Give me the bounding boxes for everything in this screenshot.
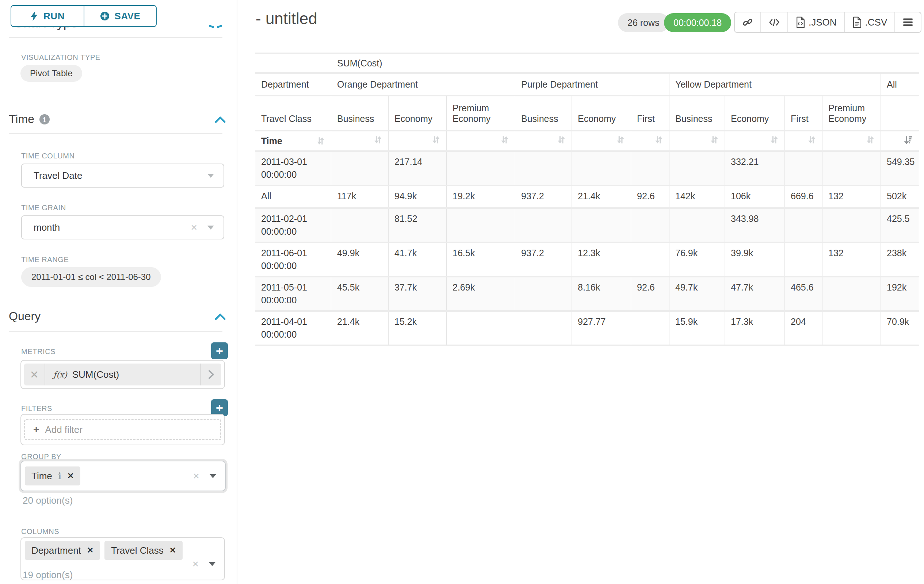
group-by-tag: Time i ✕ <box>25 466 80 485</box>
caret-down-icon[interactable] <box>210 474 216 478</box>
pivot-class-header: Business <box>331 95 389 131</box>
clear-icon[interactable]: × <box>192 558 199 569</box>
remove-tag-icon[interactable]: ✕ <box>67 471 74 481</box>
pivot-value-cell <box>822 311 881 345</box>
time-grain-value: month <box>34 222 191 233</box>
caret-down-icon <box>208 225 214 230</box>
sort-icon[interactable] <box>865 135 875 145</box>
time-section-title: Time <box>9 112 34 126</box>
remove-tag-icon[interactable]: ✕ <box>170 546 176 555</box>
metric-name: SUM(Cost) <box>72 369 119 380</box>
query-section-header[interactable]: Query <box>9 309 41 323</box>
add-filter-button[interactable]: + Add filter <box>24 419 221 440</box>
group-by-select[interactable]: Time i ✕ × <box>20 461 226 491</box>
filters-select: + Add filter <box>20 414 225 445</box>
time-section-header[interactable]: Time i <box>9 112 50 126</box>
time-column-label: TIME COLUMN <box>21 152 75 160</box>
pivot-value-cell: 669.6 <box>785 186 822 208</box>
pivot-value-cell: 8.16k <box>572 277 631 311</box>
sort-icon[interactable] <box>807 135 816 145</box>
chart-title[interactable]: - untitled <box>256 10 317 28</box>
pivot-row-label: All <box>255 186 331 208</box>
pivot-value-cell <box>331 151 389 186</box>
pivot-value-cell: 47.7k <box>725 277 785 311</box>
metric-body[interactable]: ƒ(x) SUM(Cost) <box>45 369 200 380</box>
pivot-value-cell: 204 <box>785 311 822 345</box>
pivot-value-cell <box>515 151 572 186</box>
pivot-value-cell <box>631 208 670 242</box>
time-column-select[interactable]: Travel Date <box>21 163 224 188</box>
csv-file-icon <box>852 16 862 28</box>
pivot-value-cell: 106k <box>725 186 785 208</box>
pivot-value-cell: 15.9k <box>670 311 725 345</box>
tag-label: Time <box>31 470 52 482</box>
pivot-value-cell: 21.4k <box>331 311 389 345</box>
clear-icon[interactable]: × <box>191 222 197 233</box>
caret-down-icon[interactable] <box>209 562 216 566</box>
pivot-value-cell: 21.4k <box>572 186 631 208</box>
pivot-class-header: First <box>785 95 822 131</box>
pivot-value-cell <box>572 151 631 186</box>
pivot-value-cell <box>785 208 822 242</box>
pivot-sort-cell <box>670 131 725 151</box>
pivot-value-cell: 37.7k <box>389 277 447 311</box>
pivot-value-cell: 92.6 <box>631 277 670 311</box>
sort-icon[interactable] <box>500 135 509 145</box>
pivot-class-header: Business <box>670 95 725 131</box>
hamburger-menu-icon <box>903 18 913 27</box>
add-filter-label: Add filter <box>45 424 82 436</box>
sort-icon[interactable] <box>431 135 441 145</box>
sort-icon[interactable] <box>373 135 383 145</box>
sort-icon[interactable] <box>709 135 719 145</box>
pivot-metric-header: SUM(Cost) <box>331 53 919 73</box>
columns-tag: Department ✕ <box>25 541 100 560</box>
info-icon[interactable]: i <box>40 114 50 125</box>
pivot-value-cell <box>822 277 881 311</box>
pivot-sort-cell <box>572 131 631 151</box>
sort-icon[interactable] <box>315 136 325 146</box>
remove-metric-icon[interactable]: ✕ <box>24 364 45 385</box>
add-metric-button[interactable]: + <box>211 342 228 359</box>
collapse-chevron-icon[interactable] <box>215 313 226 321</box>
pivot-value-cell: 2.69k <box>447 277 515 311</box>
remove-tag-icon[interactable]: ✕ <box>87 546 94 555</box>
sort-icon[interactable] <box>615 135 625 145</box>
viz-type-pill[interactable]: Pivot Table <box>20 65 82 82</box>
pivot-value-cell <box>822 151 881 186</box>
short-link-button[interactable] <box>735 12 761 32</box>
time-range-pill[interactable]: 2011-01-01 ≤ col < 2011-06-30 <box>21 267 161 287</box>
plus-icon: + <box>33 424 39 436</box>
pivot-value-cell: 425.5 <box>881 208 919 242</box>
metric-expand-chevron[interactable] <box>200 364 221 385</box>
pivot-value-cell <box>515 311 572 345</box>
more-options-button[interactable] <box>895 12 921 32</box>
divider <box>9 331 223 332</box>
pivot-data-row: 2011-02-01 00:00:0081.52343.98425.5 <box>255 208 919 242</box>
function-icon: ƒ(x) <box>53 370 67 379</box>
pivot-value-cell: 19.2k <box>447 186 515 208</box>
sort-icon[interactable] <box>769 135 779 145</box>
time-grain-select[interactable]: month × <box>21 216 224 239</box>
collapse-chevron-icon[interactable] <box>215 116 226 123</box>
sort-icon[interactable] <box>654 135 663 145</box>
save-button[interactable]: SAVE <box>84 5 157 27</box>
pivot-value-cell <box>631 242 670 277</box>
clear-icon[interactable]: × <box>193 470 200 482</box>
metric-pill[interactable]: ✕ ƒ(x) SUM(Cost) <box>24 364 221 385</box>
pivot-data-row: 2011-06-01 00:00:0049.9k41.7k16.5k937.21… <box>255 242 919 277</box>
sort-desc-icon[interactable] <box>904 135 913 145</box>
control-panel-sidebar: Chart Type RUN SAVE VISUALIZATION TYPE P… <box>0 0 238 584</box>
pivot-sort-cell <box>389 131 447 151</box>
info-icon[interactable]: i <box>58 471 61 482</box>
run-button[interactable]: RUN <box>11 5 84 27</box>
export-csv-button[interactable]: .CSV <box>845 12 896 32</box>
sort-icon[interactable] <box>556 135 566 145</box>
view-query-button[interactable] <box>761 12 788 32</box>
pivot-table: SUM(Cost)DepartmentOrange DepartmentPurp… <box>255 53 919 346</box>
export-json-button[interactable]: .JSON <box>788 12 845 32</box>
pivot-class-axis-label: Travel Class <box>255 95 331 131</box>
pivot-value-cell <box>822 208 881 242</box>
visualization-type-label: VISUALIZATION TYPE <box>21 53 101 62</box>
row-count-badge: 26 rows <box>618 13 669 32</box>
superset-explore-page: { "sidebar": { "run_label": "RUN", "save… <box>0 0 924 584</box>
